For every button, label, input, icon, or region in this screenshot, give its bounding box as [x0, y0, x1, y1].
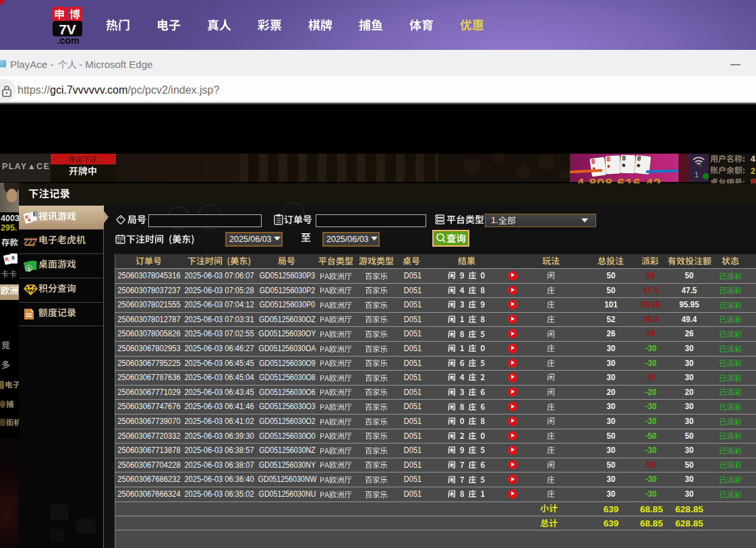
svg-text:$: $	[28, 266, 31, 272]
svg-text:777: 777	[24, 236, 37, 246]
svg-text:9: 9	[11, 255, 15, 261]
svg-text:9: 9	[34, 212, 37, 216]
